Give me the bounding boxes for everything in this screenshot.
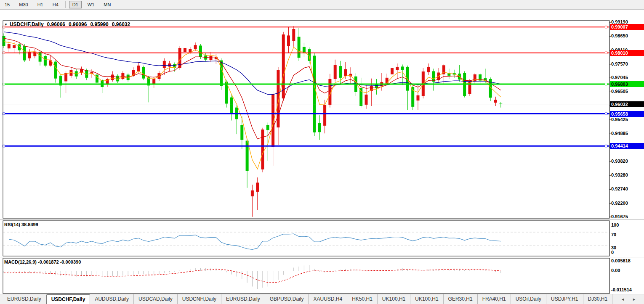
symbol-tab-usdchf-daily[interactable]: USDCHF,Daily: [46, 294, 90, 304]
symbol-tab-ger30-h1[interactable]: GER30,H1: [444, 294, 478, 304]
chart-canvas: [0, 9, 644, 304]
ohlc-low: 0.95990: [90, 21, 108, 27]
rsi-label: RSI(14) 38.8499: [4, 222, 38, 227]
rsi-value: 38.8499: [21, 222, 38, 227]
macd-main-value: -0.001872: [38, 259, 59, 264]
timeframe-button-W1[interactable]: W1: [84, 1, 98, 8]
chart-symbol-label: USDCHF,Daily: [10, 21, 44, 27]
symbol-tab-uk100-h1[interactable]: UK100,H1: [378, 294, 410, 304]
hline-marker: [605, 145, 607, 147]
rsi-axis-label: 100: [611, 222, 619, 227]
symbol-tab-bar: EURUSD,DailyUSDCHF,DailyAUDUSD,DailyUSDC…: [0, 294, 644, 304]
rsi-axis-label: 70: [611, 232, 616, 237]
timeframe-button-15[interactable]: 15: [1, 1, 13, 8]
symbol-tab-usoil-daily[interactable]: USOil,Daily: [511, 294, 546, 304]
macd-axis-label: 0.005818: [611, 258, 631, 263]
timeframe-button-M30[interactable]: M30: [16, 1, 31, 8]
timeframe-button-H4[interactable]: H4: [49, 1, 62, 8]
symbol-tab-dj30-h1[interactable]: DJ30,H1: [583, 294, 613, 304]
price-axis-label: 0.97045: [611, 75, 628, 80]
toolbar-separator: [65, 1, 66, 8]
price-badge-0.94414: 0.94414: [610, 143, 644, 149]
price-axis-label: 0.92200: [611, 201, 628, 206]
symbol-tab-fra40-h1[interactable]: FRA40,H1: [478, 294, 511, 304]
symbol-tab-eurusd-daily[interactable]: EURUSD,Daily: [3, 294, 46, 304]
ohlc-high: 0.96096: [69, 21, 87, 27]
macd-axis-label: 0.00: [611, 268, 620, 273]
price-badge-0.99007: 0.99007: [610, 24, 644, 30]
tab-scroll-right-icon[interactable]: ►: [628, 297, 640, 301]
timeframe-toolbar: 15M30H1H4D1W1MN: [0, 0, 644, 10]
symbol-tab-audusd-daily[interactable]: AUDUSD,Daily: [90, 294, 134, 304]
symbol-tab-uk100-h1[interactable]: UK100,H1: [410, 294, 443, 304]
rsi-axis-label: 0: [611, 250, 614, 255]
hline-marker: [605, 83, 607, 85]
symbol-tab-eurusd-daily[interactable]: EURUSD,Daily: [221, 294, 265, 304]
price-axis-label: 0.93280: [611, 172, 628, 177]
symbol-tab-usdcnh-daily[interactable]: USDCNH,Daily: [178, 294, 221, 304]
price-badge-0.95658: 0.95658: [610, 111, 644, 117]
chart-dropdown-icon[interactable]: ▼: [4, 23, 8, 26]
price-axis-label: 0.98650: [611, 33, 628, 38]
price-badge-0.96032: 0.96032: [610, 101, 644, 107]
macd-label: MACD(12,26,9) -0.001872 -0.000390: [4, 259, 81, 264]
price-axis-label: 0.97570: [611, 61, 628, 66]
symbol-tab-gbpusd-daily[interactable]: GBPUSD,Daily: [265, 294, 309, 304]
symbol-tab-usdjpy-h1[interactable]: USDJPY,H1: [546, 294, 583, 304]
price-badge-0.98010: 0.98010: [610, 50, 644, 56]
price-axis-label: 0.96505: [611, 89, 628, 94]
timeframe-button-MN[interactable]: MN: [100, 1, 114, 8]
price-badge-0.96803: 0.96803: [610, 81, 644, 87]
price-axis-label: 0.93820: [611, 159, 628, 164]
price-axis-label: 0.91675: [611, 214, 628, 219]
price-axis-label: 0.95425: [611, 117, 628, 122]
price-axis-label: 0.92740: [611, 186, 628, 191]
symbol-tab-xauusd-h4[interactable]: XAUUSD,H4: [309, 294, 347, 304]
symbol-tab-usdcad-daily[interactable]: USDCAD,Daily: [134, 294, 178, 304]
symbol-tab-hk50-h1[interactable]: HK50,H1: [347, 294, 378, 304]
timeframe-button-H1[interactable]: H1: [34, 1, 47, 8]
ohlc-open: 0.96066: [47, 21, 65, 27]
tab-scroll-left-icon[interactable]: ◄: [617, 297, 628, 301]
hline-marker: [605, 26, 607, 28]
timeframe-button-D1[interactable]: D1: [69, 1, 82, 8]
price-axis-label: 0.99190: [611, 19, 628, 24]
chart-title: ▼USDCHF,Daily0.960660.960960.959900.9603…: [4, 21, 130, 27]
macd-signal-value: -0.000390: [60, 259, 81, 264]
tab-scroll-arrows: ◄►: [617, 294, 644, 304]
macd-axis-label: -0.011514: [611, 287, 632, 292]
hline-marker: [605, 113, 607, 115]
ohlc-close: 0.96032: [112, 21, 130, 27]
chart-window: ▼USDCHF,Daily0.960660.960960.959900.9603…: [0, 9, 644, 294]
hline-marker: [605, 52, 607, 54]
price-axis-label: 0.94885: [611, 131, 628, 136]
